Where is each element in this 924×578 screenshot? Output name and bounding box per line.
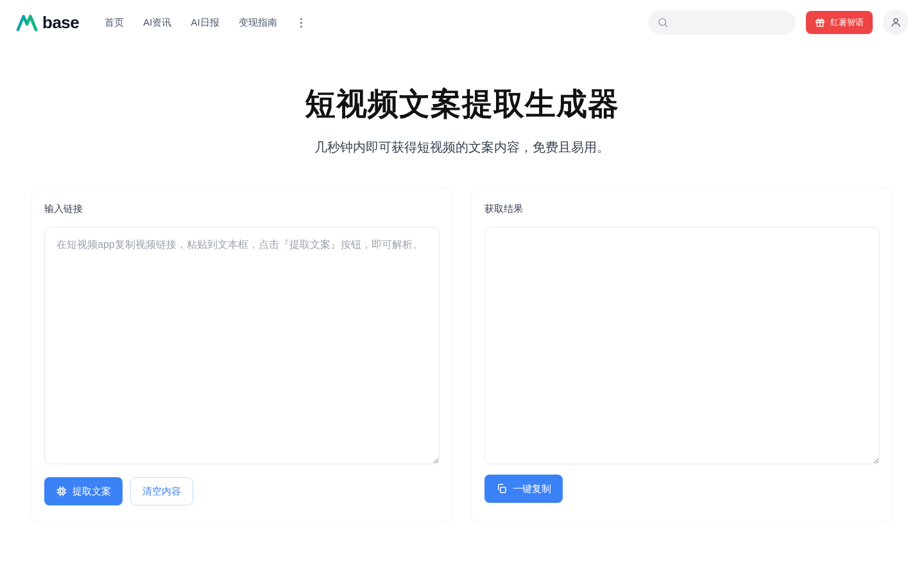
nav-home[interactable]: 首页 [105, 17, 124, 29]
gift-icon [815, 17, 825, 28]
extract-button[interactable]: 提取文案 [44, 477, 123, 505]
nav-ai-news[interactable]: AI资讯 [143, 17, 171, 29]
cpu-icon [56, 486, 67, 497]
svg-point-0 [659, 19, 666, 26]
user-icon [890, 17, 902, 28]
input-actions: 提取文案 清空内容 [44, 477, 440, 505]
main-nav: 首页 AI资讯 AI日报 变现指南 [105, 14, 648, 31]
nav-more-icon[interactable] [296, 14, 306, 31]
svg-point-5 [894, 19, 898, 22]
page-subtitle: 几秒钟内即可获得短视频的文案内容，免费且易用。 [0, 139, 924, 156]
page-title: 短视频文案提取生成器 [0, 83, 924, 125]
promo-button-label: 红薯智语 [830, 17, 864, 28]
copy-icon [496, 483, 508, 495]
input-panel-label: 输入链接 [44, 203, 440, 215]
header-right: 红薯智语 [648, 10, 909, 35]
hero: 短视频文案提取生成器 几秒钟内即可获得短视频的文案内容，免费且易用。 [0, 45, 924, 188]
output-actions: 一键复制 [484, 475, 880, 503]
nav-ai-daily[interactable]: AI日报 [191, 17, 219, 29]
output-panel-label: 获取结果 [484, 203, 880, 215]
clear-button-label: 清空内容 [142, 486, 181, 498]
output-area[interactable] [484, 227, 880, 464]
search-input[interactable] [648, 10, 796, 35]
avatar[interactable] [883, 10, 909, 35]
logo-icon [15, 13, 38, 32]
clear-button[interactable]: 清空内容 [130, 477, 193, 505]
copy-button-label: 一键复制 [513, 483, 551, 495]
svg-rect-16 [501, 487, 506, 493]
site-header: base 首页 AI资讯 AI日报 变现指南 红薯智语 [0, 0, 924, 45]
promo-button[interactable]: 红薯智语 [806, 11, 873, 34]
logo[interactable]: base [15, 13, 79, 33]
output-panel: 获取结果 一键复制 [471, 188, 893, 523]
input-panel: 输入链接 提取文案 清空内容 [31, 188, 453, 523]
panels: 输入链接 提取文案 清空内容 获取结果 [0, 188, 924, 548]
logo-text: base [42, 13, 79, 33]
copy-button[interactable]: 一键复制 [484, 475, 563, 503]
svg-rect-6 [59, 489, 65, 495]
extract-button-label: 提取文案 [73, 486, 111, 498]
nav-monetization-guide[interactable]: 变现指南 [239, 17, 277, 29]
svg-rect-7 [60, 490, 64, 493]
svg-line-1 [665, 24, 667, 27]
search-icon [657, 17, 669, 28]
url-input[interactable] [44, 227, 440, 464]
